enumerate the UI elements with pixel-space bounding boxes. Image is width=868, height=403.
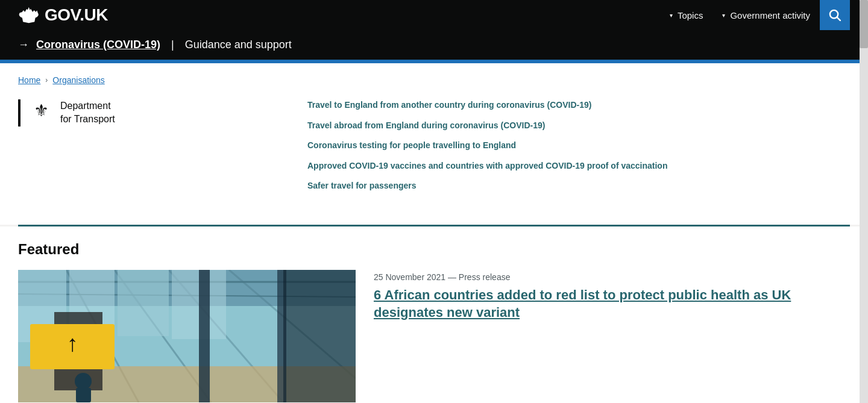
search-button[interactable] [820, 0, 850, 30]
dept-logo: ⚜ [29, 99, 53, 123]
svg-line-2 [837, 17, 840, 20]
featured-heading: Featured [18, 241, 850, 258]
svg-rect-24 [283, 270, 356, 402]
covid-banner: → Coronavirus (COVID-19) | Guidance and … [0, 30, 868, 60]
featured-section: Featured [0, 226, 868, 403]
featured-content: ↑ 25 November 2021 — Press release 6 Afr… [18, 270, 850, 402]
gov-uk-text: GOV.UK [45, 5, 108, 25]
gov-activity-chevron-icon: ▾ [722, 12, 725, 19]
breadcrumb-organisations[interactable]: Organisations [52, 75, 104, 85]
breadcrumb-chevron-icon: › [45, 76, 48, 84]
covid-guidance-text: Guidance and support [185, 39, 292, 51]
airport-image-svg: ↑ [18, 270, 356, 402]
topics-nav-item[interactable]: ▾ Topics [660, 0, 713, 30]
related-link-0[interactable]: Travel to England from another country d… [307, 99, 850, 111]
breadcrumb: Home › Organisations [18, 75, 850, 85]
dept-crest-icon: ⚜ [29, 99, 53, 123]
svg-rect-21 [76, 388, 91, 402]
scrollbar-thumb[interactable] [860, 0, 868, 48]
svg-text:↑: ↑ [67, 331, 78, 356]
related-link-3[interactable]: Approved COVID-19 vaccines and countries… [307, 160, 850, 172]
article-type: Press release [459, 272, 511, 282]
related-link-2[interactable]: Coronavirus testing for people travellin… [307, 140, 850, 152]
main-content: Home › Organisations ⚜ Department for Tr… [0, 63, 868, 225]
svg-rect-22 [199, 270, 210, 402]
main-nav: ▾ Topics ▾ Government activity [660, 0, 850, 30]
org-section: ⚜ Department for Transport [18, 99, 271, 201]
svg-point-20 [75, 373, 92, 390]
topics-chevron-icon: ▾ [670, 12, 673, 19]
svg-point-0 [23, 20, 34, 22]
org-card: ⚜ Department for Transport [18, 99, 271, 127]
related-links-section: Travel to England from another country d… [271, 99, 850, 201]
article-date: 25 November 2021 [374, 272, 445, 282]
covid-link[interactable]: Coronavirus (COVID-19) [36, 39, 160, 51]
featured-article: 25 November 2021 — Press release 6 Afric… [374, 270, 850, 321]
gov-uk-logo[interactable]: GOV.UK [18, 5, 108, 25]
org-and-related: ⚜ Department for Transport Travel to Eng… [18, 99, 850, 225]
related-link-1[interactable]: Travel abroad from England during corona… [307, 120, 850, 132]
covid-arrow-icon: → [18, 39, 29, 51]
svg-rect-14 [118, 270, 169, 336]
featured-article-title[interactable]: 6 African countries added to red list to… [374, 287, 791, 320]
search-icon [829, 9, 841, 21]
site-header: GOV.UK ▾ Topics ▾ Government activity [0, 0, 868, 30]
government-activity-nav-item[interactable]: ▾ Government activity [712, 0, 820, 30]
related-link-4[interactable]: Safer travel for passengers [307, 180, 850, 192]
svg-text:⚜: ⚜ [34, 101, 49, 120]
breadcrumb-home[interactable]: Home [18, 75, 40, 85]
crown-icon [18, 5, 40, 25]
featured-image: ↑ [18, 270, 356, 402]
article-meta: 25 November 2021 — Press release [374, 272, 850, 282]
scrollbar-track[interactable] [860, 0, 868, 403]
covid-divider: | [171, 39, 174, 51]
dept-name: Department for Transport [60, 99, 115, 127]
